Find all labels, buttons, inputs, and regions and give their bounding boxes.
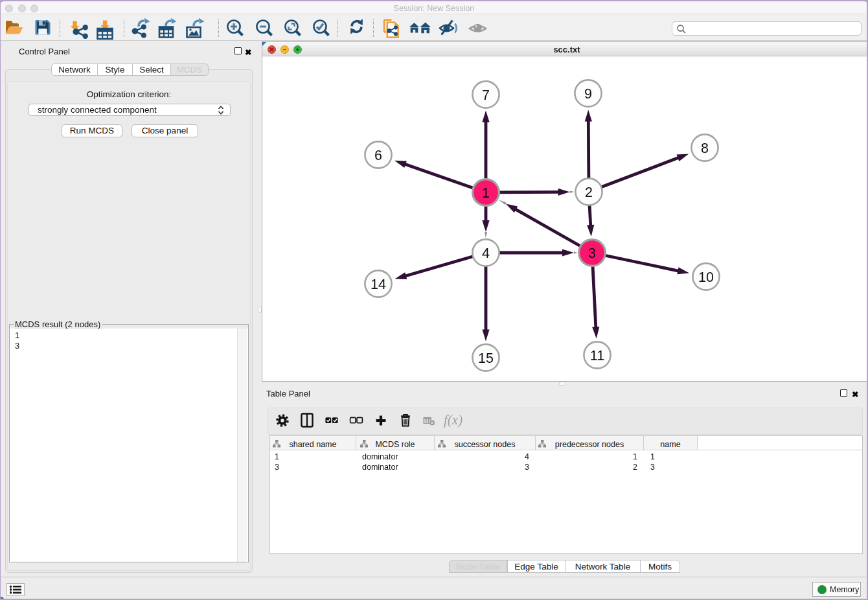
svg-text:3: 3 <box>588 246 596 261</box>
svg-text:8: 8 <box>701 141 709 156</box>
svg-text:10: 10 <box>698 270 714 285</box>
svg-text:14: 14 <box>371 277 386 292</box>
svg-text:2: 2 <box>585 185 593 200</box>
svg-text:15: 15 <box>478 351 494 366</box>
svg-text:4: 4 <box>482 246 490 261</box>
svg-text:11: 11 <box>590 348 604 363</box>
svg-text:9: 9 <box>584 86 592 102</box>
svg-text:1: 1 <box>482 185 490 201</box>
svg-text:6: 6 <box>374 148 382 163</box>
svg-text:7: 7 <box>482 87 490 103</box>
